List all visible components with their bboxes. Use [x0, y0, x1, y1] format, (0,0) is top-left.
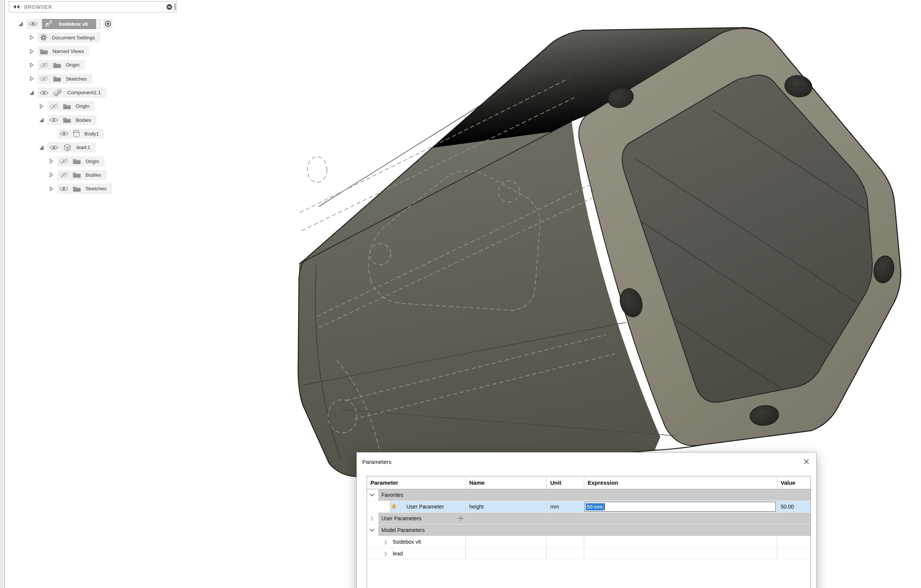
tree-item-label: Origin [66, 62, 80, 68]
model-parameter-group-label: 5sidebox v6 [393, 539, 421, 545]
collapse-triangle-icon[interactable] [29, 34, 34, 41]
collapse-triangle-icon[interactable] [49, 186, 54, 192]
twisty-spacer [49, 130, 54, 137]
collapse-triangle-icon[interactable] [29, 49, 34, 54]
tree-item-sketches[interactable]: Sketches [29, 73, 92, 85]
tree-item-label: Named Views [53, 49, 84, 54]
collapse-triangle-icon[interactable] [39, 103, 44, 109]
parameter-unit-cell: mm [547, 503, 559, 510]
folder-icon [63, 117, 71, 123]
cube-icon [63, 143, 72, 152]
parameters-table-header: Parameter Name Unit Expression Value [367, 476, 810, 489]
parameter-row-favorites[interactable]: Favorites [367, 489, 810, 501]
browser-header: BROWSER [9, 1, 177, 13]
tree-item-document-settings[interactable]: Document Settings [29, 32, 100, 43]
column-header-unit: Unit [547, 476, 584, 489]
collapse-triangle-icon[interactable] [29, 62, 34, 68]
text-caret [604, 503, 605, 510]
expand-triangle-icon[interactable] [29, 90, 34, 96]
visibility-eye-off-icon[interactable] [59, 158, 68, 164]
parameters-table: Parameter Name Unit Expression Value Fav… [367, 476, 811, 588]
tree-item-origin[interactable]: Origin [39, 101, 94, 112]
expand-triangle-icon[interactable] [39, 145, 44, 151]
tree-item-label: lead:1 [76, 145, 90, 150]
tree-item-label: Component1:1 [67, 90, 101, 95]
panel-resize-handle[interactable] [174, 3, 176, 10]
tree-item-origin[interactable]: Origin [49, 156, 104, 167]
expand-triangle-icon[interactable] [39, 117, 44, 123]
parameters-dialog-title: Parameters [362, 459, 392, 465]
parameter-type-label: User Parameter [407, 503, 444, 510]
tree-item-label: Body1 [85, 131, 99, 137]
folder-icon [53, 62, 61, 68]
tree-item-label: Bodies [86, 172, 101, 178]
parameter-row-user-parameters[interactable]: User Parameters [367, 513, 810, 524]
tree-item-bodies[interactable]: Bodies [39, 114, 96, 125]
column-header-value: Value [777, 476, 810, 489]
parameters-dialog: Parameters Parameter Name Unit Expressio… [356, 452, 817, 588]
column-header-parameter: Parameter [367, 476, 465, 489]
tree-item-label: Origin [76, 103, 89, 109]
collapse-triangle-icon[interactable] [49, 158, 54, 164]
add-parameter-button[interactable] [457, 515, 465, 522]
parameters-table-body: Favorites★User Parameterheightmm50 mm50.… [367, 489, 810, 560]
fusion360-app: BROWSER 5sidebox v6Document SettingsName… [0, 0, 921, 588]
folder-icon [63, 103, 71, 109]
expand-triangle-icon[interactable] [18, 21, 23, 27]
expression-input[interactable]: 50 mm [584, 502, 776, 511]
tree-item-label: Document Settings [52, 35, 95, 41]
tree-item-component1-1[interactable]: Component1:1 [29, 87, 106, 98]
group-label: Favorites [381, 492, 404, 498]
tree-item-label: 5sidebox v6 [59, 21, 88, 27]
visibility-eye-off-icon[interactable] [59, 172, 68, 178]
visibility-eye-off-icon[interactable] [40, 62, 49, 68]
visibility-eye-icon[interactable] [50, 145, 58, 151]
collapse-panel-icon[interactable] [13, 5, 20, 9]
visibility-eye-icon[interactable] [50, 117, 58, 123]
display-settings-icon[interactable] [166, 4, 172, 10]
visibility-eye-off-icon[interactable] [40, 76, 49, 82]
folder-icon [53, 76, 61, 82]
selected-item-highlight: 5sidebox v6 [42, 19, 96, 29]
collapse-triangle-icon[interactable] [49, 172, 54, 178]
activate-component-radio[interactable] [103, 19, 112, 28]
visibility-eye-icon[interactable] [60, 130, 68, 137]
parameter-row-user-parameter[interactable]: ★User Parameterheightmm50 mm50.00 [367, 501, 810, 513]
parameter-row-5sidebox-v6[interactable]: 5sidebox v6 [367, 536, 810, 548]
tree-item-label: Sketches [66, 76, 87, 82]
gear-icon [40, 34, 47, 41]
left-panel-edge [0, 0, 5, 588]
component-icon [44, 20, 54, 28]
tree-item-bodies[interactable]: Bodies [49, 169, 106, 181]
tree-item-named-views[interactable]: Named Views [29, 46, 89, 57]
parameter-row-lead[interactable]: lead [367, 548, 810, 560]
collapse-triangle-icon[interactable] [29, 76, 34, 82]
component-icon [53, 88, 63, 97]
body-icon [73, 130, 80, 137]
column-header-name: Name [465, 476, 547, 489]
parameter-row-model-parameters[interactable]: Model Parameters [367, 524, 810, 536]
parameter-name-cell[interactable]: height [466, 503, 483, 510]
tree-item-5sidebox-v6[interactable]: 5sidebox v6 [18, 18, 112, 29]
tree-item-label: Sketches [86, 186, 107, 191]
browser-panel-title: BROWSER [24, 4, 52, 10]
close-icon[interactable] [802, 458, 810, 466]
group-label: Model Parameters [381, 527, 425, 533]
folder-icon [73, 158, 81, 164]
model-parameter-group-label: lead [393, 551, 403, 557]
visibility-eye-icon[interactable] [29, 21, 37, 27]
folder-icon [40, 49, 48, 54]
expression-selected-text: 50 mm [586, 503, 604, 510]
tree-item-label: Origin [86, 158, 99, 164]
visibility-eye-off-icon[interactable] [50, 103, 58, 109]
tree-item-lead-1[interactable]: lead:1 [39, 142, 96, 153]
column-header-expression: Expression [584, 476, 777, 489]
tree-item-origin[interactable]: Origin [29, 59, 85, 71]
tree-item-body1[interactable]: Body1 [49, 128, 104, 139]
visibility-eye-icon[interactable] [40, 90, 49, 96]
parameter-value-cell: 50.00 [777, 503, 794, 510]
tree-item-sketches[interactable]: Sketches [49, 183, 112, 194]
folder-icon [73, 172, 81, 178]
visibility-eye-icon[interactable] [59, 186, 68, 192]
tree-item-label: Bodies [76, 117, 91, 123]
